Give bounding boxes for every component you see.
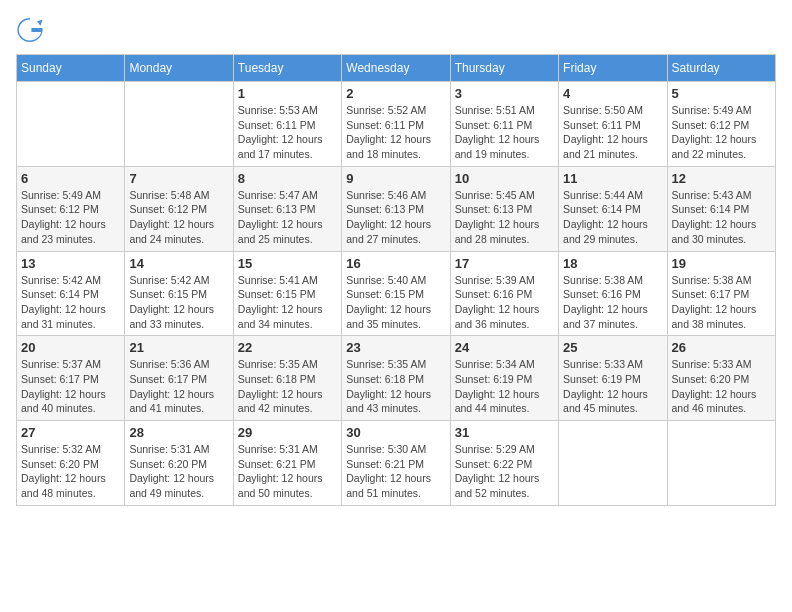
- day-number: 19: [672, 256, 771, 271]
- calendar-cell: 10Sunrise: 5:45 AMSunset: 6:13 PMDayligh…: [450, 166, 558, 251]
- calendar-cell: [17, 82, 125, 167]
- calendar-cell: 2Sunrise: 5:52 AMSunset: 6:11 PMDaylight…: [342, 82, 450, 167]
- day-number: 20: [21, 340, 120, 355]
- day-number: 15: [238, 256, 337, 271]
- day-number: 1: [238, 86, 337, 101]
- day-info: Sunrise: 5:45 AMSunset: 6:13 PMDaylight:…: [455, 188, 554, 247]
- page-header: [16, 16, 776, 44]
- day-info: Sunrise: 5:49 AMSunset: 6:12 PMDaylight:…: [21, 188, 120, 247]
- day-number: 8: [238, 171, 337, 186]
- day-number: 29: [238, 425, 337, 440]
- day-info: Sunrise: 5:46 AMSunset: 6:13 PMDaylight:…: [346, 188, 445, 247]
- day-number: 23: [346, 340, 445, 355]
- calendar-cell: 21Sunrise: 5:36 AMSunset: 6:17 PMDayligh…: [125, 336, 233, 421]
- day-info: Sunrise: 5:31 AMSunset: 6:20 PMDaylight:…: [129, 442, 228, 501]
- day-number: 28: [129, 425, 228, 440]
- day-info: Sunrise: 5:40 AMSunset: 6:15 PMDaylight:…: [346, 273, 445, 332]
- day-info: Sunrise: 5:35 AMSunset: 6:18 PMDaylight:…: [346, 357, 445, 416]
- calendar-cell: 20Sunrise: 5:37 AMSunset: 6:17 PMDayligh…: [17, 336, 125, 421]
- calendar-cell: 15Sunrise: 5:41 AMSunset: 6:15 PMDayligh…: [233, 251, 341, 336]
- day-info: Sunrise: 5:34 AMSunset: 6:19 PMDaylight:…: [455, 357, 554, 416]
- calendar-cell: 7Sunrise: 5:48 AMSunset: 6:12 PMDaylight…: [125, 166, 233, 251]
- day-info: Sunrise: 5:50 AMSunset: 6:11 PMDaylight:…: [563, 103, 662, 162]
- day-info: Sunrise: 5:29 AMSunset: 6:22 PMDaylight:…: [455, 442, 554, 501]
- day-number: 27: [21, 425, 120, 440]
- day-info: Sunrise: 5:48 AMSunset: 6:12 PMDaylight:…: [129, 188, 228, 247]
- day-number: 18: [563, 256, 662, 271]
- day-number: 31: [455, 425, 554, 440]
- day-info: Sunrise: 5:39 AMSunset: 6:16 PMDaylight:…: [455, 273, 554, 332]
- day-info: Sunrise: 5:42 AMSunset: 6:15 PMDaylight:…: [129, 273, 228, 332]
- calendar-cell: 3Sunrise: 5:51 AMSunset: 6:11 PMDaylight…: [450, 82, 558, 167]
- day-info: Sunrise: 5:36 AMSunset: 6:17 PMDaylight:…: [129, 357, 228, 416]
- day-info: Sunrise: 5:43 AMSunset: 6:14 PMDaylight:…: [672, 188, 771, 247]
- day-number: 3: [455, 86, 554, 101]
- day-info: Sunrise: 5:37 AMSunset: 6:17 PMDaylight:…: [21, 357, 120, 416]
- calendar-cell: 28Sunrise: 5:31 AMSunset: 6:20 PMDayligh…: [125, 421, 233, 506]
- calendar-table: Sunday Monday Tuesday Wednesday Thursday…: [16, 54, 776, 506]
- day-number: 14: [129, 256, 228, 271]
- day-number: 25: [563, 340, 662, 355]
- day-number: 12: [672, 171, 771, 186]
- logo-icon: [16, 16, 44, 44]
- day-number: 5: [672, 86, 771, 101]
- day-number: 26: [672, 340, 771, 355]
- day-info: Sunrise: 5:30 AMSunset: 6:21 PMDaylight:…: [346, 442, 445, 501]
- calendar-week-row: 13Sunrise: 5:42 AMSunset: 6:14 PMDayligh…: [17, 251, 776, 336]
- day-info: Sunrise: 5:47 AMSunset: 6:13 PMDaylight:…: [238, 188, 337, 247]
- calendar-cell: 23Sunrise: 5:35 AMSunset: 6:18 PMDayligh…: [342, 336, 450, 421]
- calendar-cell: 17Sunrise: 5:39 AMSunset: 6:16 PMDayligh…: [450, 251, 558, 336]
- col-wednesday: Wednesday: [342, 55, 450, 82]
- col-sunday: Sunday: [17, 55, 125, 82]
- day-number: 4: [563, 86, 662, 101]
- day-info: Sunrise: 5:52 AMSunset: 6:11 PMDaylight:…: [346, 103, 445, 162]
- calendar-cell: 12Sunrise: 5:43 AMSunset: 6:14 PMDayligh…: [667, 166, 775, 251]
- day-number: 13: [21, 256, 120, 271]
- calendar-header-row: Sunday Monday Tuesday Wednesday Thursday…: [17, 55, 776, 82]
- day-number: 9: [346, 171, 445, 186]
- day-info: Sunrise: 5:35 AMSunset: 6:18 PMDaylight:…: [238, 357, 337, 416]
- day-info: Sunrise: 5:44 AMSunset: 6:14 PMDaylight:…: [563, 188, 662, 247]
- calendar-cell: 9Sunrise: 5:46 AMSunset: 6:13 PMDaylight…: [342, 166, 450, 251]
- col-monday: Monday: [125, 55, 233, 82]
- day-info: Sunrise: 5:31 AMSunset: 6:21 PMDaylight:…: [238, 442, 337, 501]
- calendar-week-row: 6Sunrise: 5:49 AMSunset: 6:12 PMDaylight…: [17, 166, 776, 251]
- calendar-cell: 5Sunrise: 5:49 AMSunset: 6:12 PMDaylight…: [667, 82, 775, 167]
- calendar-cell: [559, 421, 667, 506]
- day-number: 24: [455, 340, 554, 355]
- day-info: Sunrise: 5:53 AMSunset: 6:11 PMDaylight:…: [238, 103, 337, 162]
- day-number: 11: [563, 171, 662, 186]
- day-number: 22: [238, 340, 337, 355]
- col-tuesday: Tuesday: [233, 55, 341, 82]
- day-number: 2: [346, 86, 445, 101]
- col-thursday: Thursday: [450, 55, 558, 82]
- day-number: 6: [21, 171, 120, 186]
- calendar-cell: 6Sunrise: 5:49 AMSunset: 6:12 PMDaylight…: [17, 166, 125, 251]
- day-number: 16: [346, 256, 445, 271]
- day-info: Sunrise: 5:38 AMSunset: 6:17 PMDaylight:…: [672, 273, 771, 332]
- calendar-cell: [125, 82, 233, 167]
- calendar-cell: 30Sunrise: 5:30 AMSunset: 6:21 PMDayligh…: [342, 421, 450, 506]
- calendar-cell: 24Sunrise: 5:34 AMSunset: 6:19 PMDayligh…: [450, 336, 558, 421]
- day-number: 30: [346, 425, 445, 440]
- calendar-cell: 16Sunrise: 5:40 AMSunset: 6:15 PMDayligh…: [342, 251, 450, 336]
- calendar-cell: 19Sunrise: 5:38 AMSunset: 6:17 PMDayligh…: [667, 251, 775, 336]
- calendar-cell: 27Sunrise: 5:32 AMSunset: 6:20 PMDayligh…: [17, 421, 125, 506]
- day-info: Sunrise: 5:32 AMSunset: 6:20 PMDaylight:…: [21, 442, 120, 501]
- calendar-cell: 11Sunrise: 5:44 AMSunset: 6:14 PMDayligh…: [559, 166, 667, 251]
- logo: [16, 16, 48, 44]
- calendar-cell: 4Sunrise: 5:50 AMSunset: 6:11 PMDaylight…: [559, 82, 667, 167]
- day-info: Sunrise: 5:42 AMSunset: 6:14 PMDaylight:…: [21, 273, 120, 332]
- day-number: 7: [129, 171, 228, 186]
- calendar-cell: 29Sunrise: 5:31 AMSunset: 6:21 PMDayligh…: [233, 421, 341, 506]
- calendar-cell: 8Sunrise: 5:47 AMSunset: 6:13 PMDaylight…: [233, 166, 341, 251]
- calendar-cell: 25Sunrise: 5:33 AMSunset: 6:19 PMDayligh…: [559, 336, 667, 421]
- day-number: 21: [129, 340, 228, 355]
- col-saturday: Saturday: [667, 55, 775, 82]
- calendar-week-row: 20Sunrise: 5:37 AMSunset: 6:17 PMDayligh…: [17, 336, 776, 421]
- col-friday: Friday: [559, 55, 667, 82]
- calendar-cell: 14Sunrise: 5:42 AMSunset: 6:15 PMDayligh…: [125, 251, 233, 336]
- day-info: Sunrise: 5:51 AMSunset: 6:11 PMDaylight:…: [455, 103, 554, 162]
- day-info: Sunrise: 5:41 AMSunset: 6:15 PMDaylight:…: [238, 273, 337, 332]
- calendar-cell: 1Sunrise: 5:53 AMSunset: 6:11 PMDaylight…: [233, 82, 341, 167]
